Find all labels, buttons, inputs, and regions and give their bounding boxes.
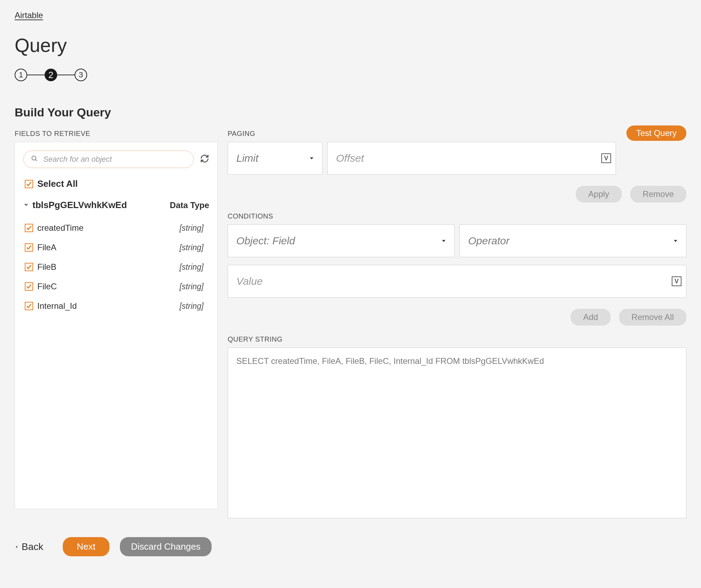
chevron-down-icon [672, 235, 679, 247]
step-3[interactable]: 3 [75, 69, 87, 81]
field-checkbox[interactable] [25, 302, 33, 310]
search-icon [31, 155, 38, 163]
limit-select[interactable]: Limit [228, 142, 322, 175]
field-name: FileB [37, 262, 180, 272]
field-name: FileC [37, 282, 180, 291]
svg-marker-4 [674, 240, 677, 242]
apply-button[interactable]: Apply [576, 186, 622, 203]
value-input[interactable] [228, 265, 686, 298]
field-checkbox[interactable] [25, 263, 33, 271]
field-type: [string] [180, 262, 209, 272]
object-field-select[interactable]: Object: Field [228, 224, 455, 257]
conditions-label: CONDITIONS [228, 212, 686, 220]
field-name: Internal_Id [37, 301, 180, 311]
remove-button[interactable]: Remove [630, 186, 686, 203]
query-string-label: QUERY STRING [228, 335, 686, 343]
fields-label: FIELDS TO RETRIEVE [15, 130, 218, 138]
object-field-placeholder: Object: Field [236, 235, 295, 247]
breadcrumb-airtable[interactable]: Airtable [15, 10, 43, 20]
search-input[interactable] [23, 151, 194, 168]
step-connector [27, 75, 45, 76]
field-row: FileC [string] [23, 277, 209, 296]
field-type: [string] [180, 301, 209, 311]
table-name: tblsPgGELVwhkKwEd [32, 200, 170, 211]
datatype-header: Data Type [170, 200, 209, 210]
variable-icon[interactable]: V [672, 276, 681, 286]
remove-all-button[interactable]: Remove All [619, 309, 686, 326]
step-connector [57, 75, 75, 76]
select-all-checkbox[interactable] [25, 180, 33, 188]
variable-icon[interactable]: V [601, 153, 611, 163]
select-all-label: Select All [37, 178, 78, 189]
chevron-down-icon[interactable] [23, 202, 30, 209]
field-row: FileA [string] [23, 238, 209, 257]
field-type: [string] [180, 282, 209, 291]
svg-marker-2 [310, 158, 313, 160]
test-query-button[interactable]: Test Query [626, 125, 686, 141]
field-type: [string] [180, 223, 209, 233]
field-checkbox[interactable] [25, 282, 33, 291]
field-checkbox[interactable] [25, 224, 33, 232]
field-row: createdTime [string] [23, 218, 209, 238]
page-title: Query [15, 34, 686, 56]
back-label: Back [22, 541, 43, 552]
field-row: FileB [string] [23, 257, 209, 277]
field-type: [string] [180, 243, 209, 252]
discard-button[interactable]: Discard Changes [120, 537, 212, 556]
operator-select[interactable]: Operator [459, 224, 686, 257]
field-name: FileA [37, 243, 180, 252]
operator-placeholder: Operator [468, 235, 509, 247]
field-row: Internal_Id [string] [23, 296, 209, 316]
chevron-left-icon [15, 544, 19, 550]
svg-marker-3 [442, 240, 445, 242]
svg-point-0 [32, 156, 36, 160]
query-string-textarea[interactable] [228, 348, 686, 518]
section-build-query: Build Your Query [15, 106, 686, 119]
refresh-icon[interactable] [200, 154, 209, 165]
step-2[interactable]: 2 [45, 69, 57, 81]
add-button[interactable]: Add [571, 309, 611, 326]
fields-card: Select All tblsPgGELVwhkKwEd Data Type c… [15, 142, 218, 509]
next-button[interactable]: Next [63, 537, 109, 556]
paging-label: PAGING [228, 130, 616, 138]
field-name: createdTime [37, 223, 180, 233]
stepper: 1 2 3 [15, 69, 686, 81]
back-button[interactable]: Back [15, 541, 43, 552]
chevron-down-icon [308, 152, 315, 164]
step-1[interactable]: 1 [15, 69, 27, 81]
svg-line-1 [36, 160, 37, 161]
chevron-down-icon [440, 235, 447, 247]
offset-input[interactable] [327, 142, 616, 175]
limit-placeholder: Limit [236, 152, 258, 164]
field-checkbox[interactable] [25, 243, 33, 252]
